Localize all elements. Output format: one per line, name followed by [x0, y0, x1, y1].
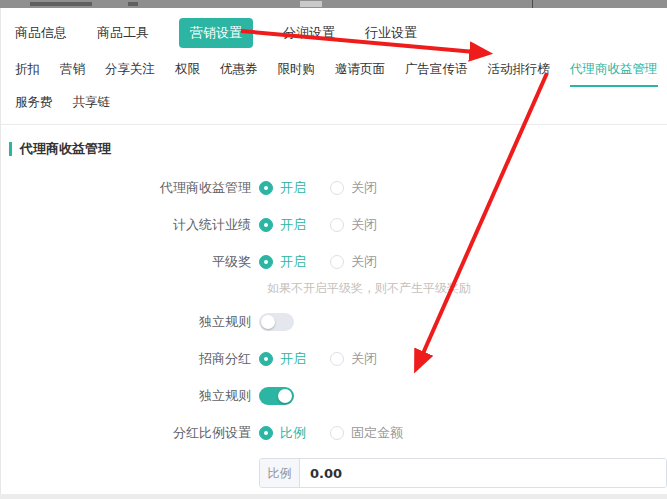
clipped-content-fragment	[300, 1, 322, 7]
count-into-stats-option-1[interactable]: 关闭	[330, 216, 377, 234]
clipped-content-fragment	[30, 2, 92, 6]
radio-label: 关闭	[351, 216, 377, 234]
radio-label: 关闭	[351, 253, 377, 271]
ratio-input-control: 比例	[259, 458, 667, 488]
radio-icon	[259, 255, 273, 269]
peer-level-award-label: 平级奖	[1, 253, 251, 271]
section-accent-bar	[9, 142, 12, 156]
input-prefix-label: 比例	[260, 459, 300, 487]
radio-label: 比例	[280, 424, 306, 442]
secondary-tab-9[interactable]: 代理商收益管理	[570, 61, 658, 87]
dividend-ratio-mode-option-1[interactable]: 固定金额	[330, 424, 403, 442]
independent-rule-dividend-label: 独立规则	[1, 387, 251, 405]
form-row-count-into-stats: 计入统计业绩开启关闭	[1, 213, 667, 237]
secondary-tab-bar-overflow: 服务费共享链	[1, 87, 667, 125]
merchant-dividend-option-1[interactable]: 关闭	[330, 350, 377, 368]
radio-label: 开启	[280, 253, 306, 271]
settings-panel: 商品信息商品工具营销设置分润设置行业设置 折扣营销分享关注权限优惠券限时购邀请页…	[0, 8, 667, 494]
secondary-tab-3[interactable]: 权限	[175, 61, 200, 87]
toggle-knob	[261, 315, 275, 329]
secondary-tab-bar: 折扣营销分享关注权限优惠券限时购邀请页面广告宣传语活动排行榜代理商收益管理区代招…	[1, 52, 667, 87]
clipped-content-fragment	[532, 0, 533, 8]
form-row-peer-level-award: 平级奖开启关闭	[1, 250, 667, 274]
radio-icon	[259, 352, 273, 366]
agent-revenue-manage-option-1[interactable]: 关闭	[330, 179, 377, 197]
dividend-ratio-mode-option-0[interactable]: 比例	[259, 424, 306, 442]
section-content: 代理商收益管理 代理商收益管理开启关闭计入统计业绩开启关闭平级奖开启关闭如果不开…	[1, 125, 667, 488]
form-row-agent-revenue-manage: 代理商收益管理开启关闭	[1, 176, 667, 200]
radio-icon	[330, 255, 344, 269]
form-row-merchant-dividend: 招商分红开启关闭	[1, 347, 667, 371]
clipped-content-fragment	[128, 2, 138, 6]
radio-icon	[330, 352, 344, 366]
form-row-independent-rule-dividend: 独立规则	[1, 384, 667, 408]
radio-label: 固定金额	[351, 424, 403, 442]
radio-icon	[330, 181, 344, 195]
radio-label: 开启	[280, 179, 306, 197]
independent-rule-peer-control	[259, 313, 667, 331]
primary-tab-2[interactable]: 营销设置	[179, 18, 253, 48]
radio-label: 开启	[280, 350, 306, 368]
radio-icon	[330, 218, 344, 232]
radio-icon	[259, 181, 273, 195]
primary-tab-bar: 商品信息商品工具营销设置分润设置行业设置	[1, 8, 667, 52]
peer-level-award-option-0[interactable]: 开启	[259, 253, 306, 271]
primary-tab-3[interactable]: 分润设置	[283, 24, 335, 42]
radio-icon	[330, 426, 344, 440]
bottom-scroll-strip	[0, 494, 667, 499]
section-header: 代理商收益管理	[9, 140, 667, 158]
section-title: 代理商收益管理	[20, 140, 111, 158]
agent-revenue-manage-label: 代理商收益管理	[1, 179, 251, 197]
radio-label: 关闭	[351, 350, 377, 368]
primary-tab-4[interactable]: 行业设置	[365, 24, 417, 42]
merchant-dividend-label: 招商分红	[1, 350, 251, 368]
secondary-tab-4[interactable]: 优惠券	[220, 61, 258, 87]
radio-icon	[259, 218, 273, 232]
independent-rule-peer-toggle[interactable]	[259, 313, 294, 331]
form-row-dividend-ratio-mode: 分红比例设置比例固定金额	[1, 421, 667, 445]
count-into-stats-label: 计入统计业绩	[1, 216, 251, 234]
secondary-tab-overflow-0[interactable]: 服务费	[15, 94, 53, 111]
secondary-tab-2[interactable]: 分享关注	[105, 61, 155, 87]
top-clipped-row	[0, 0, 667, 8]
secondary-tab-overflow-1[interactable]: 共享链	[73, 94, 111, 111]
secondary-tab-8[interactable]: 活动排行榜	[488, 61, 551, 87]
merchant-dividend-control: 开启关闭	[259, 350, 667, 368]
peer-level-award-control: 开启关闭	[259, 253, 667, 271]
radio-label: 关闭	[351, 179, 377, 197]
count-into-stats-option-0[interactable]: 开启	[259, 216, 306, 234]
independent-rule-dividend-control	[259, 387, 667, 405]
radio-icon	[259, 426, 273, 440]
form-row-ratio-input: 比例	[1, 458, 667, 488]
dividend-ratio-mode-label: 分红比例设置	[1, 424, 251, 442]
secondary-tab-7[interactable]: 广告宣传语	[405, 61, 468, 87]
independent-rule-dividend-toggle[interactable]	[259, 387, 294, 405]
settings-form: 代理商收益管理开启关闭计入统计业绩开启关闭平级奖开启关闭如果不开启平级奖，则不产…	[1, 176, 667, 488]
toggle-knob	[278, 389, 292, 403]
ratio-input-field[interactable]	[300, 459, 666, 487]
secondary-tab-1[interactable]: 营销	[60, 61, 85, 87]
dividend-ratio-mode-control: 比例固定金额	[259, 424, 667, 442]
form-row-independent-rule-peer: 独立规则	[1, 310, 667, 334]
radio-label: 开启	[280, 216, 306, 234]
agent-revenue-manage-option-0[interactable]: 开启	[259, 179, 306, 197]
independent-rule-peer-label: 独立规则	[1, 313, 251, 331]
secondary-tab-6[interactable]: 邀请页面	[335, 61, 385, 87]
count-into-stats-control: 开启关闭	[259, 216, 667, 234]
secondary-tab-0[interactable]: 折扣	[15, 61, 40, 87]
primary-tab-1[interactable]: 商品工具	[97, 24, 149, 42]
agent-revenue-manage-control: 开启关闭	[259, 179, 667, 197]
peer-level-award-note: 如果不开启平级奖，则不产生平级奖励	[267, 280, 667, 297]
secondary-tab-5[interactable]: 限时购	[278, 61, 316, 87]
ratio-input-group: 比例	[259, 458, 667, 488]
merchant-dividend-option-0[interactable]: 开启	[259, 350, 306, 368]
peer-level-award-option-1[interactable]: 关闭	[330, 253, 377, 271]
primary-tab-0[interactable]: 商品信息	[15, 24, 67, 42]
